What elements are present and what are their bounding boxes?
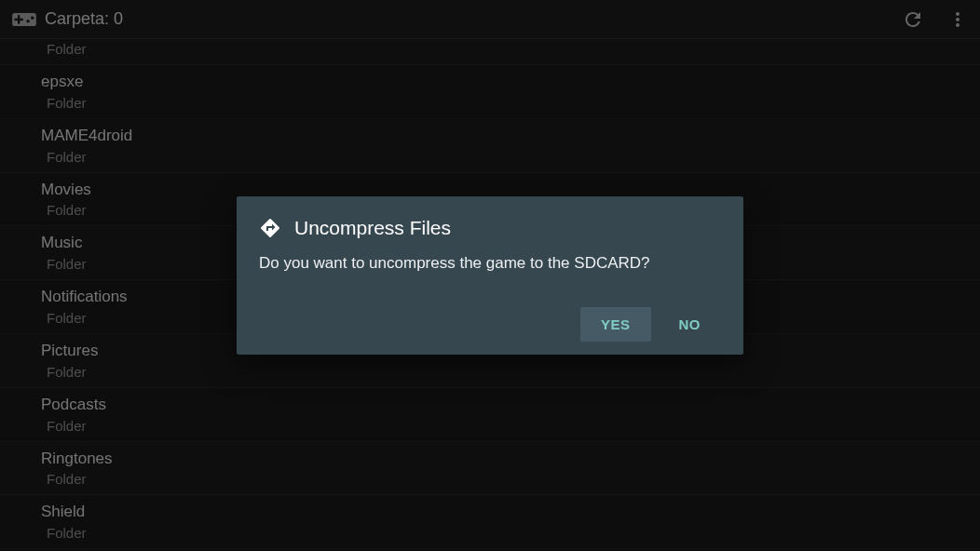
dialog-message: Do you want to uncompress the game to th…: [259, 252, 721, 275]
dialog-header: Uncompress Files: [259, 217, 721, 239]
uncompress-dialog: Uncompress Files Do you want to uncompre…: [237, 196, 743, 356]
yes-button[interactable]: YES: [580, 307, 651, 342]
no-button[interactable]: NO: [659, 307, 722, 342]
dialog-buttons: YES NO: [259, 307, 721, 342]
directions-icon: [259, 217, 281, 239]
dialog-overlay: Uncompress Files Do you want to uncompre…: [0, 0, 980, 551]
dialog-title: Uncompress Files: [294, 217, 451, 239]
